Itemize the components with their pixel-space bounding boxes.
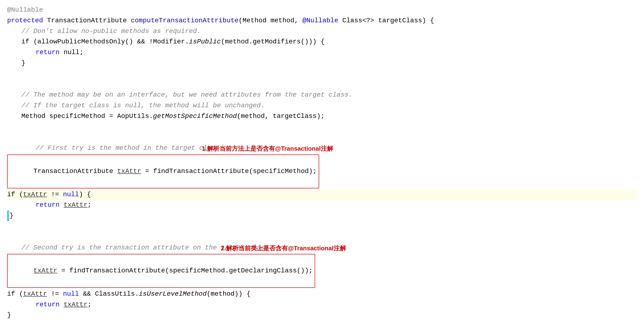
- line-txattr-class-assignment: txAttr = findTransactionAttribute(specif…: [7, 254, 637, 288]
- if-txattr-start: if (: [7, 189, 23, 200]
- txattr-ref-5: txAttr: [64, 300, 88, 310]
- code-container: @Nullable protected TransactionAttribute…: [7, 5, 637, 321]
- txattr-ref-3: txAttr: [34, 267, 58, 274]
- empty-line-1: [7, 69, 637, 79]
- if-start: if (allowPublicMethodsOnly() && !Modifie…: [21, 36, 189, 47]
- specific-method-code: Method specificMethod = AopUtils.: [21, 111, 153, 122]
- if-txattr-end: ) {: [79, 189, 91, 200]
- get-most-specific-method: getMostSpecificMethod: [153, 111, 237, 122]
- comment-text-first-try: // First try is the method in the target…: [21, 143, 223, 154]
- line-txattr-assignment: TransactionAttribute txAttr = findTransa…: [7, 154, 637, 188]
- isUserLevelMethod: isUserLevelMethod: [139, 289, 207, 300]
- txattr-var: txAttr: [117, 168, 141, 175]
- txattr-ref-2: txAttr: [64, 200, 88, 211]
- empty-line-6: [7, 232, 637, 243]
- txattr-ref-4: txAttr: [23, 289, 47, 300]
- params-start: (Method method,: [239, 15, 302, 26]
- line-return-null: return null;: [7, 47, 637, 58]
- line-if-txattr-class: if (txAttr != null && ClassUtils.isUserL…: [7, 289, 637, 300]
- line-return-txattr: return txAttr ;: [7, 200, 637, 211]
- line-comment-2: // The method may be on an interface, bu…: [7, 90, 637, 100]
- line-if-public: if (allowPublicMethodsOnly() && !Modifie…: [7, 36, 637, 47]
- empty-line-4: [7, 132, 637, 143]
- isPublic-method: isPublic: [189, 36, 221, 47]
- empty-line-2: [7, 79, 637, 90]
- neq-2: !=: [47, 289, 63, 300]
- line-return-txattr-2: return txAttr ;: [7, 300, 637, 310]
- method-name: computeTransactionAttribute: [131, 15, 239, 26]
- line-comment-3: // If the target class is null, the meth…: [7, 100, 637, 111]
- nullable-param: @Nullable: [302, 15, 338, 26]
- txattr-type: TransactionAttribute: [34, 168, 117, 175]
- empty-line-5: [7, 221, 637, 232]
- line-method-signature: protected TransactionAttribute computeTr…: [7, 15, 637, 26]
- txattr-ref-1: txAttr: [23, 189, 47, 200]
- brace-final: }: [7, 310, 11, 321]
- annotation-label-2: 2.解析当前类上是否含有@Transactional注解: [221, 244, 346, 253]
- line-if-txattr: if (txAttr != null) {: [7, 189, 637, 200]
- brace-1: }: [21, 58, 26, 69]
- line-nullable-annotation: @Nullable: [7, 5, 637, 15]
- txattr-assign: = findTransactionAttribute(specificMetho…: [141, 168, 317, 175]
- line-close-brace-final: }: [7, 310, 637, 321]
- nullable-annotation: @Nullable: [7, 5, 43, 15]
- and-class: && ClassUtils.: [79, 289, 139, 300]
- if-end: (method.getModifiers())) {: [221, 36, 324, 47]
- annotation-label-1: 1.解析当前方法上是否含有@Transactional注解: [202, 144, 333, 154]
- txattr-class-assign: = findTransactionAttribute(specificMetho…: [58, 267, 313, 274]
- left-cyan-bar: [7, 211, 9, 221]
- if-txattr-class-start: if (: [7, 289, 23, 300]
- line-specific-method: Method specificMethod = AopUtils.getMost…: [7, 111, 637, 122]
- line-comment-1: // Don't allow no-public methods as requ…: [7, 26, 637, 37]
- boxed-txattr-class-code: txAttr = findTransactionAttribute(specif…: [7, 254, 315, 288]
- comment-text-1: // Don't allow no-public methods as requ…: [21, 26, 201, 37]
- if-neq: !=: [47, 189, 63, 200]
- space-1: [60, 200, 64, 211]
- line-comment-with-annotation1: // First try is the method in the target…: [7, 143, 637, 154]
- keyword-return-3: return: [36, 300, 60, 310]
- specific-method-end: (method, targetClass);: [237, 111, 324, 122]
- boxed-txattr-code: TransactionAttribute txAttr = findTransa…: [7, 154, 319, 188]
- if-class-end: (method)) {: [206, 289, 250, 300]
- space-2: [60, 300, 64, 310]
- line-close-brace-with-bar: }: [7, 211, 637, 221]
- semicolon-2: ;: [88, 300, 92, 310]
- brace-with-bar: }: [10, 211, 14, 221]
- line-comment-with-annotation2: // Second try is the transaction attribu…: [7, 243, 637, 253]
- keyword-return-1: return: [36, 47, 60, 58]
- null-kw-2: null: [63, 289, 79, 300]
- params-end: Class<?> targetClass) {: [338, 15, 434, 26]
- keyword-protected: protected: [7, 15, 43, 26]
- empty-line-3: [7, 122, 637, 132]
- null-value: null;: [60, 47, 84, 58]
- comment-text-2: // The method may be on an interface, bu…: [21, 90, 353, 100]
- semicolon-1: ;: [88, 200, 92, 211]
- comment-text-3: // If the target class is null, the meth…: [21, 100, 265, 111]
- return-type: TransactionAttribute: [43, 15, 131, 26]
- keyword-return-2: return: [36, 200, 60, 211]
- line-close-brace-1: }: [7, 58, 637, 69]
- null-kw-1: null: [63, 189, 79, 200]
